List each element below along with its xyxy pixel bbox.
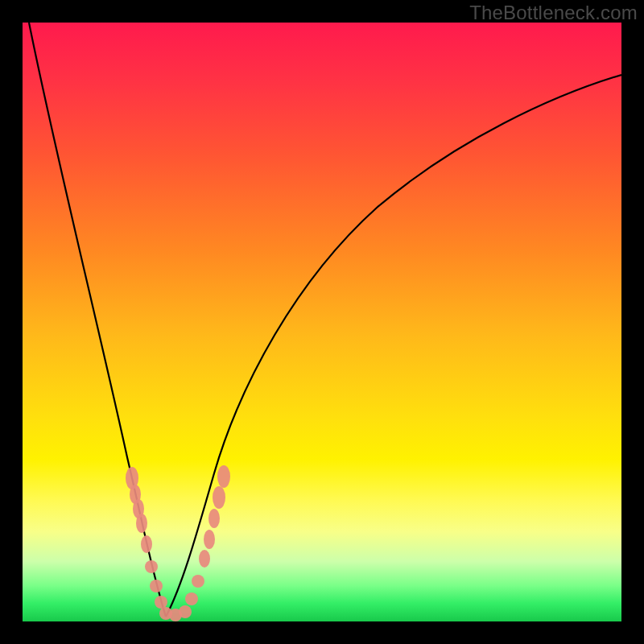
- marker-point: [192, 575, 204, 588]
- marker-point: [136, 514, 147, 533]
- marker-point: [155, 596, 167, 609]
- marker-point: [141, 535, 152, 553]
- marker-point: [179, 605, 192, 618]
- marker-point: [217, 465, 230, 488]
- marker-point: [213, 486, 225, 509]
- chart-area: [23, 23, 621, 621]
- bottleneck-curve: [23, 23, 621, 621]
- sample-point-markers: [126, 465, 230, 621]
- marker-point: [204, 530, 215, 549]
- marker-point: [199, 550, 210, 568]
- marker-point: [150, 580, 163, 592]
- marker-point: [185, 592, 198, 605]
- watermark-text: TheBottleneck.com: [469, 2, 638, 24]
- curve-right-branch: [166, 75, 621, 617]
- marker-point: [145, 560, 158, 573]
- marker-point: [208, 509, 220, 528]
